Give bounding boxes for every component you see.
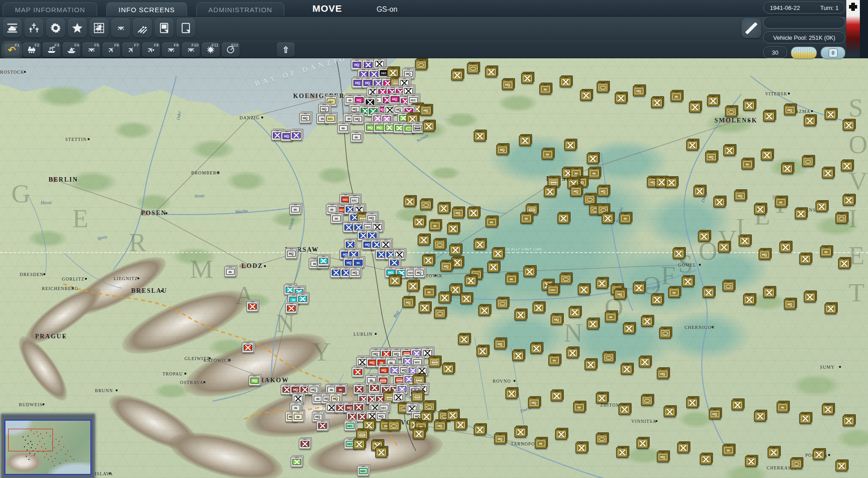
unit-counter[interactable]	[623, 323, 635, 334]
unit-counter[interactable]	[799, 254, 811, 264]
unit-counter[interactable]	[700, 454, 712, 464]
unit-counter[interactable]	[718, 242, 730, 253]
unit-counter[interactable]: ∞	[670, 91, 682, 102]
unit-counter[interactable]	[618, 404, 630, 415]
unit-counter[interactable]	[596, 278, 608, 289]
unit-counter[interactable]	[478, 305, 490, 316]
unit-counter[interactable]	[641, 316, 653, 327]
unit-counter[interactable]	[492, 248, 504, 259]
unit-counter[interactable]: ∞	[505, 274, 517, 284]
unit-counter[interactable]	[835, 461, 847, 471]
fkey-button-f7[interactable]: ✈F7	[122, 42, 140, 57]
unit-counter[interactable]	[442, 364, 454, 374]
unit-counter[interactable]	[686, 140, 698, 150]
unit-counter[interactable]	[560, 77, 571, 87]
unit-counter[interactable]	[580, 90, 592, 101]
unit-counter[interactable]	[790, 459, 802, 469]
losses-button[interactable]	[24, 19, 43, 37]
unit-counter[interactable]	[316, 421, 328, 431]
unit-counter[interactable]	[587, 319, 599, 329]
rockets-button[interactable]	[133, 19, 152, 37]
unit-counter[interactable]	[512, 351, 524, 361]
tab-administration[interactable]: ADMINISTRATION	[196, 2, 284, 16]
unit-counter[interactable]	[731, 400, 743, 410]
unit-counter[interactable]: SEC	[547, 285, 559, 295]
unit-counter[interactable]: HQ	[285, 248, 297, 259]
unit-counter[interactable]	[454, 420, 466, 430]
unit-counter[interactable]: HQ	[413, 267, 425, 278]
unit-counter[interactable]	[822, 404, 834, 415]
unit-counter[interactable]	[297, 294, 308, 304]
unit-counter[interactable]	[411, 123, 423, 133]
unit-counter[interactable]	[693, 186, 705, 197]
unit-counter[interactable]	[665, 178, 677, 188]
unit-counter[interactable]	[639, 357, 651, 367]
unit-counter[interactable]	[707, 96, 719, 106]
unit-counter[interactable]: ∞	[588, 168, 600, 178]
unit-counter[interactable]	[763, 111, 775, 122]
unit-counter[interactable]	[551, 391, 562, 401]
unit-counter[interactable]	[392, 392, 404, 403]
unit-counter[interactable]	[363, 420, 375, 431]
unit-counter[interactable]	[564, 140, 576, 150]
unit-counter[interactable]	[419, 303, 430, 313]
unit-counter[interactable]	[763, 287, 775, 298]
unit-counter[interactable]: ∞	[619, 213, 631, 224]
unit-counter[interactable]: ∞	[722, 445, 734, 455]
unit-counter[interactable]: ∞	[605, 312, 617, 322]
unit-counter[interactable]: HQ	[551, 314, 562, 325]
unit-counter[interactable]	[659, 328, 671, 338]
unit-counter[interactable]	[451, 70, 463, 80]
fkey-button-f1[interactable]: ↶F1	[3, 42, 21, 57]
unit-counter[interactable]	[451, 258, 463, 268]
unit-counter[interactable]: HQ	[378, 365, 390, 375]
fkey-button-f6[interactable]: ✈F6	[102, 42, 120, 57]
unit-counter[interactable]: ∞	[775, 197, 787, 207]
zoom-level-display[interactable]: 30	[763, 47, 787, 58]
unit-counter[interactable]	[621, 364, 632, 375]
unit-counter[interactable]	[795, 209, 807, 219]
unit-counter[interactable]	[677, 443, 689, 453]
unit-counter[interactable]	[743, 295, 755, 305]
unit-counter[interactable]	[557, 213, 569, 224]
unit-counter[interactable]: HQ	[614, 289, 626, 300]
unit-counter[interactable]: HQ	[784, 105, 796, 115]
unit-counter[interactable]	[521, 73, 533, 84]
unit-counter[interactable]: ∞	[573, 402, 585, 412]
unit-counter[interactable]: HQ	[597, 186, 609, 197]
unit-counter[interactable]	[686, 398, 698, 408]
unit-counter[interactable]	[816, 202, 827, 212]
fkey-button-f10[interactable]: ✈✈F10	[182, 42, 200, 57]
fkey-button-f9[interactable]: ✈✈F9	[162, 42, 180, 57]
mode-label-move[interactable]: MOVE	[312, 3, 342, 14]
tab-map-information[interactable]: MAP INFORMATION	[3, 2, 97, 16]
unit-counter[interactable]: HQ	[434, 421, 446, 431]
unit-counter[interactable]	[487, 262, 499, 272]
unit-counter[interactable]	[439, 293, 450, 303]
unit-counter[interactable]	[514, 310, 526, 320]
terrain-view-button[interactable]	[791, 47, 817, 59]
unit-counter[interactable]	[505, 389, 517, 399]
unit-counter[interactable]	[474, 239, 486, 250]
unit-counter[interactable]: HQ	[759, 249, 770, 260]
unit-counter[interactable]: ∞	[292, 412, 304, 422]
unit-counter[interactable]	[596, 393, 608, 403]
unit-counter[interactable]: HQ	[420, 105, 432, 116]
unit-counter[interactable]	[467, 63, 479, 74]
unit-counter[interactable]	[754, 204, 766, 215]
blank-report-button[interactable]	[176, 19, 195, 37]
unit-counter[interactable]: HQ	[351, 60, 363, 70]
unit-counter[interactable]: HQ	[570, 186, 582, 197]
unit-counter[interactable]: ∞	[777, 402, 788, 412]
unit-counter[interactable]	[637, 438, 648, 449]
minimap-canvas[interactable]	[5, 420, 91, 475]
unit-counter[interactable]	[616, 447, 628, 458]
weather-button[interactable]	[90, 19, 108, 37]
edit-pencil-button[interactable]	[741, 18, 761, 38]
fkey-button-f2[interactable]: F2	[23, 42, 41, 57]
unit-counter[interactable]: HQ	[249, 375, 260, 386]
unit-counter[interactable]	[651, 98, 663, 108]
unit-counter[interactable]: ∞	[350, 132, 362, 142]
unit-counter[interactable]	[698, 231, 710, 242]
unit-counter[interactable]	[825, 304, 836, 314]
